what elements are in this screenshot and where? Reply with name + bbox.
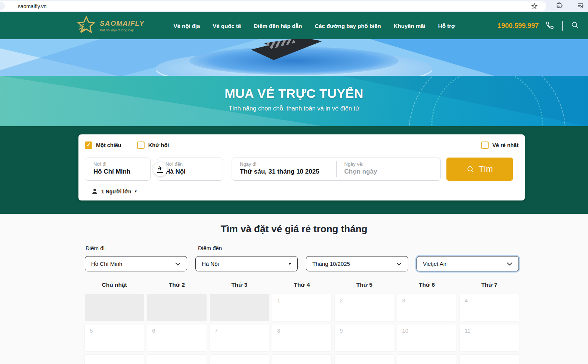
return-date-field[interactable]: Ngày về: Chọn ngày	[337, 158, 441, 180]
day-header-wednesday: Thứ 4	[272, 281, 331, 288]
calendar-cell-day-6[interactable]: 6	[147, 324, 206, 351]
month-value: Tháng 10/2025	[312, 261, 350, 267]
origin-label: Nơi đi	[93, 161, 150, 167]
hero-title: MUA VÉ TRỰC TUYẾN	[0, 86, 588, 101]
site-header: SAOMAIFLY Kết nối mọi đường bay Vé nội đ…	[0, 12, 588, 39]
calendar-cell-row3[interactable]	[147, 355, 206, 364]
nav-item-popular-routes[interactable]: Các đường bay phổ biến	[315, 23, 381, 29]
media-controls-icon[interactable]	[577, 2, 584, 11]
month-origin-select[interactable]: Hồ Chí Minh	[85, 256, 187, 271]
month-destination-select[interactable]: Hà Nội	[195, 256, 298, 271]
browser-address-bar: saomaifly.vn	[0, 0, 588, 12]
calendar-cell-day-7[interactable]: 7	[210, 324, 269, 351]
phone-icon[interactable]	[545, 21, 554, 31]
day-header-thursday: Thứ 5	[335, 281, 394, 288]
chevron-down-icon	[396, 261, 402, 267]
main-navigation: Vé nội địa Vé quốc tế Điểm đến hấp dẫn C…	[173, 23, 455, 29]
hero-subtitle: Tính năng chọn chỗ, thanh toán và in vé …	[0, 105, 588, 112]
search-icon[interactable]	[571, 21, 579, 31]
cheapest-checkbox[interactable]	[481, 141, 489, 149]
day-header-tuesday: Thứ 3	[210, 281, 269, 288]
calendar-cell-row3[interactable]	[460, 355, 519, 364]
site-info-icon[interactable]	[0, 2, 5, 10]
swap-route-button[interactable]: ✈	[153, 162, 167, 176]
oneway-checkbox-group[interactable]: Một chiều	[85, 141, 121, 149]
hero-podium-illustration	[156, 47, 432, 76]
calendar-day-headers: Chủ nhật Thứ 2 Thứ 3 Thứ 4 Thứ 5 Thứ 6 T…	[85, 281, 519, 288]
calendar-cell-empty	[85, 294, 144, 321]
toolbar-divider	[570, 3, 570, 10]
calendar-cell-row3[interactable]	[85, 355, 144, 364]
origin-value: Hồ Chí Minh	[93, 168, 150, 175]
month-destination-label: Điểm đến	[198, 245, 222, 251]
search-icon	[467, 165, 474, 173]
calendar-cell-empty	[147, 294, 206, 321]
calendar-cell-day-10[interactable]: 10	[397, 324, 456, 351]
nav-item-domestic[interactable]: Vé nội địa	[173, 23, 200, 29]
cheapest-label: Vé rẻ nhất	[492, 142, 519, 148]
calendar-cell-empty	[210, 294, 269, 321]
oneway-checkbox[interactable]	[85, 141, 92, 149]
airline-select[interactable]: Vietjet Air	[417, 256, 519, 271]
hotline-number[interactable]: 1900.599.997	[498, 22, 539, 30]
return-date-label: Ngày về:	[344, 161, 441, 167]
chevron-down-icon	[507, 261, 513, 267]
day-header-sunday: Chủ nhật	[85, 281, 144, 288]
month-destination-value: Hà Nội	[202, 261, 219, 267]
calendar-cell-day-8[interactable]: 8	[272, 324, 331, 351]
flight-search-card: Một chiều Khứ hồi Vé rẻ nhất Nơi đi Hồ C…	[78, 134, 525, 200]
depart-date-label: Ngày đi:	[240, 161, 336, 167]
monthly-fares-section: Tìm và đặt vé giá rẻ trong tháng Điểm đi…	[0, 214, 588, 364]
roundtrip-checkbox[interactable]	[137, 141, 145, 149]
calendar-cell-row3[interactable]	[272, 355, 331, 364]
day-header-saturday: Thứ 7	[460, 281, 519, 288]
bookmark-star-icon[interactable]	[531, 3, 538, 11]
dates-field: Ngày đi: Thứ sáu, 31 tháng 10 2025 Ngày …	[232, 158, 441, 181]
section-title: Tìm và đặt vé giá rẻ trong tháng	[0, 214, 588, 235]
depart-date-field[interactable]: Ngày đi: Thứ sáu, 31 tháng 10 2025	[232, 158, 336, 180]
origin-field[interactable]: Nơi đi Hồ Chí Minh	[85, 158, 151, 181]
url-omnibox[interactable]: saomaifly.vn	[0, 1, 546, 11]
chevron-down-icon	[175, 261, 181, 267]
destination-label: Nơi đến	[165, 161, 223, 167]
cheapest-checkbox-group[interactable]: Vé rẻ nhất	[481, 141, 519, 149]
person-icon	[92, 188, 98, 195]
airline-value: Vietjet Air	[423, 261, 446, 267]
calendar-cell-row3[interactable]	[397, 355, 456, 364]
month-select[interactable]: Tháng 10/2025	[306, 256, 408, 271]
fare-calendar-grid: 1 2 3 4 5 6 7 8 9 10 11	[85, 294, 519, 364]
logo-tagline: Kết nối mọi đường bay	[100, 28, 144, 32]
day-header-friday: Thứ 6	[397, 281, 456, 288]
calendar-cell-row3[interactable]	[335, 355, 394, 364]
calendar-cell-day-1[interactable]: 1	[272, 294, 331, 321]
flight-search-band: Một chiều Khứ hồi Vé rẻ nhất Nơi đi Hồ C…	[0, 126, 588, 214]
airplane-icon: ✈	[157, 165, 163, 172]
logo-title: SAOMAIFLY	[100, 19, 144, 28]
destination-value: Hà Nội	[165, 168, 223, 175]
day-header-monday: Thứ 2	[147, 281, 206, 288]
return-date-placeholder: Chọn ngày	[344, 168, 441, 175]
calendar-cell-day-3[interactable]: 3	[397, 294, 456, 321]
calendar-cell-day-11[interactable]: 11	[460, 324, 519, 351]
calendar-cell-day-2[interactable]: 2	[335, 294, 394, 321]
roundtrip-label: Khứ hồi	[148, 142, 169, 148]
nav-item-support[interactable]: Hỗ trợ	[438, 23, 455, 29]
nav-item-destinations[interactable]: Điểm đến hấp dẫn	[254, 23, 302, 29]
url-text[interactable]: saomaifly.vn	[18, 3, 47, 9]
calendar-cell-row3[interactable]	[210, 355, 269, 364]
month-origin-value: Hồ Chí Minh	[91, 261, 122, 267]
star-logo-icon	[77, 15, 96, 36]
passenger-selector[interactable]: 1 Người lớn ▾	[92, 188, 519, 195]
header-divider	[562, 21, 563, 31]
calendar-cell-day-5[interactable]: 5	[85, 324, 144, 351]
oneway-label: Một chiều	[96, 142, 121, 148]
calendar-cell-day-9[interactable]: 9	[335, 324, 394, 351]
hero-upper-background	[0, 39, 588, 76]
calendar-cell-day-4[interactable]: 4	[460, 294, 519, 321]
site-logo[interactable]: SAOMAIFLY Kết nối mọi đường bay	[77, 15, 144, 36]
extensions-icon[interactable]	[556, 2, 563, 10]
search-flights-button[interactable]: Tìm	[446, 158, 513, 181]
nav-item-international[interactable]: Vé quốc tế	[213, 23, 241, 29]
roundtrip-checkbox-group[interactable]: Khứ hồi	[137, 141, 169, 149]
nav-item-promotions[interactable]: Khuyến mãi	[394, 23, 425, 29]
